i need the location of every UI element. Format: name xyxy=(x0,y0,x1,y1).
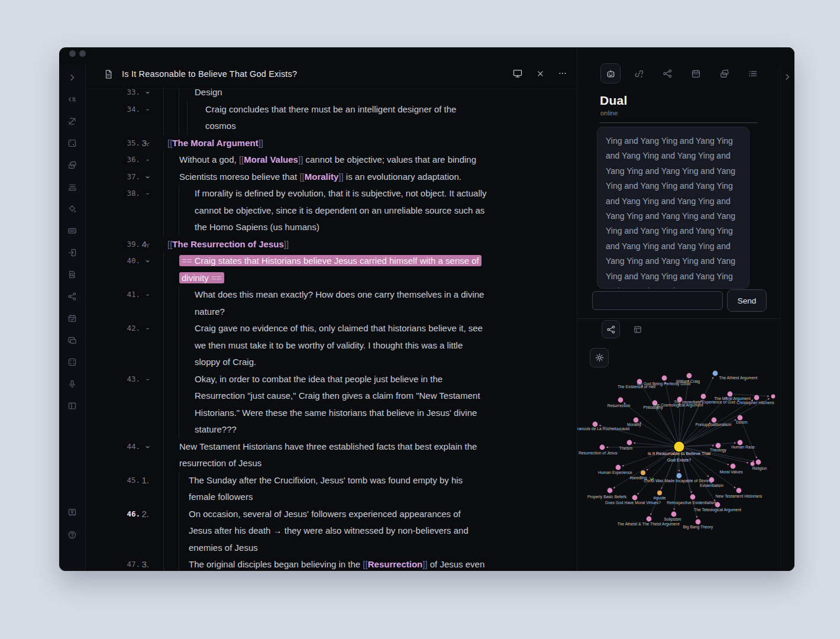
line-number: 42. xyxy=(86,320,140,371)
indent-guide xyxy=(163,151,164,169)
graph-toolbar-tab-table-list[interactable] xyxy=(628,320,647,338)
line-text: -Design xyxy=(153,89,544,101)
indent-guide xyxy=(163,371,164,438)
layout-sidebar-icon[interactable] xyxy=(66,399,79,412)
wikilink[interactable]: The Resurrection of Jesus xyxy=(172,239,283,249)
graph-node-properly-basic-beliefs[interactable] xyxy=(608,488,613,493)
graph-node-label: The Resurrection of Jesus xyxy=(577,451,618,455)
close-icon[interactable] xyxy=(534,67,547,80)
more-options-icon[interactable] xyxy=(556,67,569,80)
highlight-marker: == xyxy=(182,256,192,266)
graph-node-the-teleological-argument[interactable] xyxy=(715,502,721,508)
image-box-icon[interactable] xyxy=(66,137,79,150)
graph-node-is-it-reasonable-to-believe-that-god-exists[interactable] xyxy=(674,442,684,452)
list-marker: 3. xyxy=(141,135,149,152)
line-number: 46. xyxy=(86,506,140,557)
chevron-right-icon[interactable] xyxy=(66,71,79,84)
line-number: 34. xyxy=(86,101,140,135)
graph-node-the-immediate-experience-of-god[interactable] xyxy=(701,394,706,399)
graph-node-label: Religion xyxy=(752,466,767,471)
wikilink[interactable]: Resurrection xyxy=(368,559,423,569)
panel-tab-robot[interactable] xyxy=(600,63,621,83)
wikilink-bracket: [[ xyxy=(299,172,304,182)
paint-bucket-icon[interactable] xyxy=(66,202,79,215)
graph-node-moral-values[interactable] xyxy=(731,464,736,469)
graph-node-religion[interactable] xyxy=(756,460,761,465)
help-icon[interactable] xyxy=(66,528,79,541)
graph-node-the-athiest-argument[interactable] xyxy=(713,371,718,376)
graph-node-label: Retrospective Evidentialism xyxy=(667,501,716,505)
indent-guide xyxy=(179,506,179,557)
monitor-icon[interactable] xyxy=(511,67,524,80)
chat-input[interactable] xyxy=(592,291,723,310)
graph-node-human-experience[interactable] xyxy=(616,465,621,470)
wikilink[interactable]: The Moral Argument xyxy=(172,138,258,148)
indent-guide xyxy=(163,185,164,236)
traffic-light-minimize[interactable] xyxy=(79,50,86,57)
indent-guide xyxy=(179,89,179,101)
send-button[interactable]: Send xyxy=(727,289,767,312)
graph-node-quote-tag[interactable] xyxy=(657,490,662,495)
video-card-icon[interactable] xyxy=(66,334,79,347)
graph-node-new-testament-historians[interactable] xyxy=(736,488,742,493)
graph-node-the-resurrection-of-jesus[interactable] xyxy=(600,445,605,450)
graph-node-retrospective-evidentialism[interactable] xyxy=(690,495,696,500)
graph-node-hitchens-neighbor[interactable] xyxy=(771,395,776,399)
vault-icon[interactable] xyxy=(66,506,79,519)
graph-node-resurrection[interactable] xyxy=(618,398,623,403)
panel-tab-copy-cards[interactable] xyxy=(714,63,734,83)
wikilink-bracket: [[ xyxy=(363,559,367,569)
graph-center-label: God Exists? xyxy=(667,457,691,463)
stacked-rows-icon[interactable] xyxy=(66,180,79,193)
graph-node-seedling-tag[interactable] xyxy=(641,470,645,475)
panel-tab-list[interactable] xyxy=(742,63,763,83)
graph-node-label: William Craig xyxy=(676,379,700,384)
graph-node-william-craig[interactable] xyxy=(687,373,692,379)
graph-toolbar-tab-graph[interactable] xyxy=(602,320,620,338)
line-number: 39. xyxy=(86,236,140,253)
editor-pane: Is It Reasonable to Believe That God Exi… xyxy=(86,47,577,571)
graph-node-evidentialism[interactable] xyxy=(709,477,715,483)
dice-icon[interactable] xyxy=(66,356,79,369)
copy-cards-icon[interactable] xyxy=(66,159,79,172)
line-number: 40. xyxy=(86,253,140,286)
abc-box-icon[interactable] xyxy=(66,224,79,237)
graph-node-theism[interactable] xyxy=(627,440,632,446)
collapse-panel-chevron-icon[interactable] xyxy=(783,73,791,81)
line-number: 38. xyxy=(86,185,140,236)
graph-node-solipsism[interactable] xyxy=(671,512,677,517)
graph-settings-button[interactable] xyxy=(590,348,609,367)
editor-line-33: 33.-Design xyxy=(86,89,577,101)
graph-icon[interactable] xyxy=(66,290,79,303)
line-text: -Okay, in order to combat the idea that … xyxy=(153,371,544,438)
file-search-icon[interactable] xyxy=(66,268,79,281)
graph-node-does-god-have-moral-virtues[interactable] xyxy=(632,495,638,501)
line-text: 3.[[The Moral Argument]] xyxy=(153,135,544,152)
list-marker: - xyxy=(146,89,149,101)
app-window: Is It Reasonable to Believe That God Exi… xyxy=(59,47,794,571)
graph-node-label: Theism xyxy=(619,446,633,450)
line-text: -Craig gave no evidence of this, only cl… xyxy=(153,320,544,371)
settings-icon[interactable] xyxy=(66,551,79,564)
wikilink[interactable]: Moral Values xyxy=(244,154,298,164)
sign-in-icon[interactable] xyxy=(66,246,79,259)
graph-edge xyxy=(657,406,676,441)
line-number: 47. xyxy=(86,556,140,571)
wikilink-bracket: ]] xyxy=(298,154,303,164)
wikilink[interactable]: Morality xyxy=(305,172,339,182)
graph-node-big-bang-theory[interactable] xyxy=(696,519,701,525)
microphone-icon[interactable] xyxy=(66,377,79,390)
sync-off-icon[interactable] xyxy=(66,115,79,128)
code-template-icon[interactable] xyxy=(66,93,79,106)
panel-tab-graph[interactable] xyxy=(657,63,677,83)
graph-node-christ-was-made-incapable-of-sinning[interactable] xyxy=(677,473,682,479)
graph-node-the-atheist-and-the-theist-argument[interactable] xyxy=(647,517,652,522)
traffic-light-close[interactable] xyxy=(69,50,76,57)
graph-node-on-god-being-perfectly-good[interactable] xyxy=(662,376,667,381)
panel-tab-link[interactable] xyxy=(629,63,649,83)
panel-tab-calendar[interactable] xyxy=(686,63,706,83)
calendar-check-icon[interactable] xyxy=(66,312,79,325)
graph-node-christopher-hitchens[interactable] xyxy=(754,395,760,401)
graph-edge xyxy=(639,422,674,444)
graph-node-religion-neighbor[interactable] xyxy=(751,462,755,466)
